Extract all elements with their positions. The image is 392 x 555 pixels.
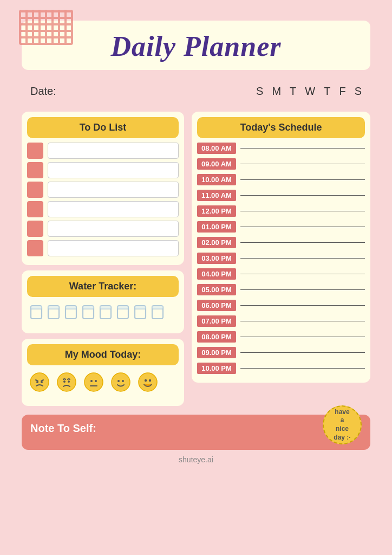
- todo-input-line[interactable]: [48, 221, 179, 237]
- schedule-entry-line[interactable]: [240, 337, 365, 337]
- schedule-entry-line[interactable]: [240, 258, 365, 259]
- todo-item[interactable]: [27, 162, 179, 178]
- schedule-row[interactable]: 11.00 AM: [197, 189, 365, 202]
- day-label: T: [290, 85, 296, 98]
- todo-item[interactable]: [27, 221, 179, 237]
- time-label: 09.00 AM: [197, 158, 236, 170]
- schedule-entry-line[interactable]: [240, 368, 365, 369]
- svg-point-32: [95, 380, 97, 382]
- svg-point-27: [57, 373, 76, 391]
- mood-emoji-4[interactable]: [138, 372, 158, 397]
- water-cup-icon[interactable]: [116, 304, 130, 325]
- todo-input-line[interactable]: [48, 240, 179, 256]
- right-column: Today's Schedule 08.00 AM09.00 AM10.00 A…: [192, 112, 370, 406]
- todo-checkbox[interactable]: [27, 201, 43, 217]
- schedule-row[interactable]: 03.00 PM: [197, 251, 365, 265]
- todo-checkbox[interactable]: [27, 240, 43, 256]
- svg-point-34: [112, 373, 130, 391]
- schedule-rows: 08.00 AM09.00 AM10.00 AM11.00 AM12.00 PM…: [197, 141, 365, 377]
- time-label: 10.00 PM: [197, 363, 236, 374]
- svg-point-37: [139, 373, 157, 391]
- svg-point-30: [84, 373, 103, 391]
- time-label: 09.00 PM: [197, 347, 236, 358]
- water-cup-icon[interactable]: [151, 304, 165, 325]
- schedule-entry-line[interactable]: [240, 352, 365, 353]
- water-cups: [27, 297, 179, 328]
- days-of-week: SMTWTFS: [256, 85, 362, 98]
- left-column: To Do List Water Tracker:: [22, 112, 184, 406]
- water-cup-icon[interactable]: [133, 304, 147, 325]
- schedule-row[interactable]: 09.00 PM: [197, 346, 365, 359]
- todo-checkbox[interactable]: [27, 143, 43, 159]
- todo-item[interactable]: [27, 182, 179, 198]
- time-label: 08.00 AM: [197, 143, 236, 154]
- schedule-row[interactable]: 01.00 PM: [197, 220, 365, 234]
- todo-checkbox[interactable]: [27, 182, 43, 198]
- time-label: 08.00 PM: [197, 331, 236, 343]
- schedule-row[interactable]: 07.00 PM: [197, 314, 365, 328]
- todo-section: To Do List: [22, 112, 184, 265]
- schedule-entry-line[interactable]: [240, 164, 365, 164]
- svg-point-29: [68, 380, 70, 383]
- schedule-row[interactable]: 05.00 PM: [197, 283, 365, 296]
- todo-input-line[interactable]: [48, 143, 179, 159]
- svg-rect-8: [66, 306, 76, 309]
- water-cup-icon[interactable]: [29, 304, 43, 325]
- schedule-row[interactable]: 10.00 AM: [197, 173, 365, 186]
- mood-section: My Mood Today:: [22, 339, 184, 406]
- mood-emoji-0[interactable]: [29, 372, 50, 397]
- schedule-entry-line[interactable]: [240, 242, 365, 243]
- todo-input-line[interactable]: [48, 162, 179, 178]
- todo-item[interactable]: [27, 240, 179, 256]
- schedule-entry-line[interactable]: [240, 227, 365, 227]
- schedule-entry-line[interactable]: [240, 179, 365, 180]
- schedule-entry-line[interactable]: [240, 321, 365, 321]
- schedule-row[interactable]: 09.00 AM: [197, 157, 365, 171]
- schedule-header: Today's Schedule: [197, 117, 365, 138]
- water-cup-icon[interactable]: [64, 304, 78, 325]
- page-title: Daily Planner: [111, 31, 282, 62]
- todo-item[interactable]: [27, 201, 179, 217]
- mood-emoji-2[interactable]: [83, 372, 104, 397]
- todo-header: To Do List: [27, 117, 179, 138]
- day-label: F: [339, 85, 345, 98]
- mood-emoji-1[interactable]: [56, 372, 77, 397]
- todo-checkbox[interactable]: [27, 221, 43, 237]
- footer: shuteye.ai: [22, 450, 370, 464]
- schedule-row[interactable]: 04.00 PM: [197, 267, 365, 281]
- svg-rect-20: [135, 306, 146, 309]
- schedule-row[interactable]: 08.00 PM: [197, 330, 365, 344]
- time-label: 06.00 PM: [197, 300, 236, 311]
- schedule-entry-line[interactable]: [240, 195, 365, 196]
- svg-point-36: [122, 380, 124, 382]
- schedule-entry-line[interactable]: [240, 148, 365, 149]
- svg-point-31: [90, 380, 93, 382]
- schedule-entry-line[interactable]: [240, 274, 365, 274]
- mood-emoji-3[interactable]: [110, 372, 131, 397]
- time-label: 07.00 PM: [197, 315, 236, 327]
- todo-input-line[interactable]: [48, 201, 179, 217]
- todo-items: [27, 143, 179, 260]
- water-cup-icon[interactable]: [99, 304, 113, 325]
- svg-point-28: [63, 380, 66, 383]
- schedule-entry-line[interactable]: [240, 289, 365, 290]
- todo-input-line[interactable]: [48, 182, 179, 198]
- schedule-row[interactable]: 02.00 PM: [197, 236, 365, 249]
- water-cup-icon[interactable]: [47, 304, 61, 325]
- time-label: 12.00 PM: [197, 205, 236, 217]
- schedule-row[interactable]: 10.00 PM: [197, 362, 365, 375]
- svg-rect-5: [48, 306, 59, 309]
- todo-checkbox[interactable]: [27, 162, 43, 178]
- schedule-row[interactable]: 08.00 AM: [197, 141, 365, 155]
- schedule-row[interactable]: 12.00 PM: [197, 204, 365, 218]
- todo-item[interactable]: [27, 143, 179, 159]
- schedule-entry-line[interactable]: [240, 305, 365, 306]
- mood-emojis: [27, 365, 179, 401]
- svg-rect-17: [117, 306, 128, 309]
- svg-rect-2: [31, 306, 42, 309]
- schedule-row[interactable]: 06.00 PM: [197, 299, 365, 312]
- have-nice-day-badge: haveaniceday :·: [323, 405, 362, 444]
- schedule-entry-line[interactable]: [240, 211, 365, 211]
- day-label: M: [272, 85, 281, 98]
- water-cup-icon[interactable]: [81, 304, 95, 325]
